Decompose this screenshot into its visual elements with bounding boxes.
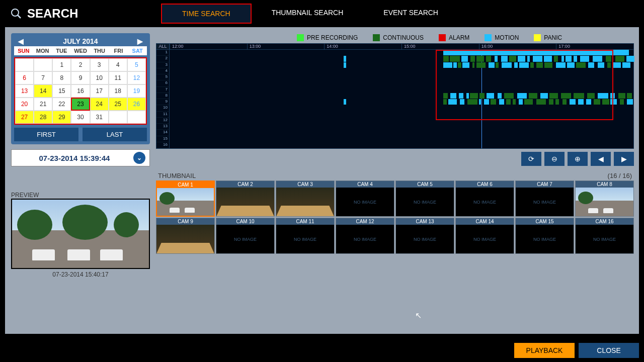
timeline-segment[interactable]: [610, 99, 617, 105]
calendar-cell[interactable]: 5: [127, 58, 146, 71]
timeline-segment[interactable]: [489, 62, 495, 68]
timeline-segment[interactable]: [479, 99, 481, 105]
thumbnail-cam[interactable]: CAM 12NO IMAGE: [336, 218, 394, 254]
timeline-segment[interactable]: [524, 99, 533, 105]
thumbnail-cam[interactable]: CAM 3: [276, 180, 335, 217]
calendar-cell[interactable]: 26: [127, 98, 146, 111]
timeline-segment[interactable]: [519, 99, 523, 105]
timeline-segment[interactable]: [466, 93, 469, 99]
timeline-segment[interactable]: [518, 56, 525, 61]
timeline-segment[interactable]: [556, 62, 566, 68]
timeline-segment[interactable]: [504, 93, 514, 99]
thumbnail-cam[interactable]: CAM 9: [156, 218, 215, 254]
timeline-segment[interactable]: [580, 56, 590, 61]
timeline-segment[interactable]: [458, 62, 461, 68]
timeline-segment[interactable]: [487, 93, 494, 99]
timeline-segment[interactable]: [344, 99, 347, 105]
thumbnail-cam[interactable]: CAM 14NO IMAGE: [455, 218, 514, 254]
calendar-cell[interactable]: 1: [52, 58, 71, 71]
timeline-prev-icon[interactable]: ◀: [591, 152, 611, 166]
thumbnail-cam[interactable]: CAM 10NO IMAGE: [216, 218, 275, 254]
timeline-segment[interactable]: [476, 62, 486, 68]
timeline-segment[interactable]: [344, 56, 347, 61]
timeline-segment[interactable]: [462, 62, 469, 68]
thumbnail-cam[interactable]: CAM 15NO IMAGE: [515, 218, 574, 254]
timeline-zoomout-icon[interactable]: ⊖: [544, 152, 565, 166]
timeline-segment[interactable]: [443, 56, 449, 61]
timeline-segment[interactable]: [567, 62, 575, 68]
timeline-segment[interactable]: [513, 99, 516, 105]
thumbnail-cam[interactable]: CAM 4NO IMAGE: [336, 180, 394, 217]
timeline-segment[interactable]: [561, 56, 564, 61]
timeline-segment[interactable]: [491, 99, 496, 105]
timeline-segment[interactable]: [627, 93, 631, 99]
timeline-segment[interactable]: [610, 93, 615, 99]
timeline-segment[interactable]: [536, 62, 543, 68]
timeline-segment[interactable]: [618, 93, 626, 99]
calendar-cell[interactable]: 3: [90, 58, 109, 71]
timeline-segment[interactable]: [570, 99, 575, 105]
timeline-segment[interactable]: [509, 56, 516, 61]
timeline-segment[interactable]: [626, 56, 634, 61]
timeline-segment[interactable]: [460, 99, 464, 105]
timeline-segment[interactable]: [587, 93, 595, 99]
timeline-segment[interactable]: [561, 93, 571, 99]
timeline-segment[interactable]: [574, 93, 584, 99]
timeline-segment[interactable]: [540, 93, 548, 99]
timeline-segment[interactable]: [555, 99, 559, 105]
timeline-zoomin-icon[interactable]: ⊕: [568, 152, 588, 166]
timeline-segment[interactable]: [496, 62, 499, 68]
timeline-segment[interactable]: [566, 56, 572, 61]
calendar-cell[interactable]: 16: [71, 84, 90, 98]
timeline-segment[interactable]: [450, 56, 460, 61]
timeline-segment[interactable]: [498, 93, 502, 99]
timeline-segment[interactable]: [470, 93, 478, 99]
timeline-segment[interactable]: [576, 62, 586, 68]
thumbnail-cam[interactable]: CAM 5NO IMAGE: [395, 180, 454, 217]
calendar-cell[interactable]: 8: [52, 71, 71, 84]
timeline-segment[interactable]: [506, 99, 511, 105]
timeline-segment[interactable]: [529, 93, 538, 99]
timeline-segment[interactable]: [486, 56, 491, 61]
calendar-cell[interactable]: 19: [127, 84, 146, 98]
timeline-segment[interactable]: [514, 62, 518, 68]
calendar-cell[interactable]: 30: [71, 111, 90, 124]
calendar-last-button[interactable]: LAST: [83, 128, 147, 141]
calendar-cell[interactable]: 14: [34, 84, 52, 98]
timeline-segment[interactable]: [501, 56, 508, 61]
timeline-segment[interactable]: [598, 62, 604, 68]
datetime-dropdown-icon[interactable]: ⌄: [133, 152, 145, 164]
tab-time-search[interactable]: TIME SEARCH: [161, 4, 252, 24]
timeline-segment[interactable]: [602, 99, 609, 105]
calendar-cell[interactable]: 17: [90, 84, 109, 98]
timeline-segment[interactable]: [461, 56, 468, 61]
calendar-cell[interactable]: 28: [34, 111, 52, 124]
tab-event-search[interactable]: EVENT SEARCH: [363, 4, 458, 24]
calendar-cell[interactable]: [15, 58, 34, 71]
timeline-segment[interactable]: [533, 56, 542, 61]
timeline-segment[interactable]: [562, 99, 567, 105]
calendar-cell[interactable]: 25: [109, 98, 127, 111]
calendar-cell[interactable]: 21: [34, 98, 52, 111]
calendar-cell[interactable]: 9: [71, 71, 90, 84]
calendar-cell[interactable]: 18: [109, 84, 127, 98]
calendar-cell[interactable]: 4: [109, 58, 127, 71]
timeline-segment[interactable]: [622, 62, 630, 68]
calendar-cell[interactable]: 11: [109, 71, 127, 84]
timeline-segment[interactable]: [606, 56, 612, 61]
calendar-cell[interactable]: 13: [15, 84, 34, 98]
timeline-segment[interactable]: [574, 56, 577, 61]
calendar-cell[interactable]: 6: [15, 71, 34, 84]
thumbnail-cam[interactable]: CAM 16NO IMAGE: [575, 218, 634, 254]
calendar-cell[interactable]: 29: [52, 111, 71, 124]
timeline-segment[interactable]: [470, 56, 474, 61]
timeline-all-button[interactable]: ALL: [156, 44, 170, 49]
timeline-segment[interactable]: [527, 56, 530, 61]
timeline-next-icon[interactable]: ▶: [614, 152, 634, 166]
timeline-segment[interactable]: [476, 56, 484, 61]
thumbnail-cam[interactable]: CAM 11NO IMAGE: [276, 218, 335, 254]
timeline-segment[interactable]: [544, 62, 552, 68]
timeline-segment[interactable]: [586, 99, 591, 105]
timeline-segment[interactable]: [472, 62, 475, 68]
close-button[interactable]: CLOSE: [579, 343, 639, 358]
